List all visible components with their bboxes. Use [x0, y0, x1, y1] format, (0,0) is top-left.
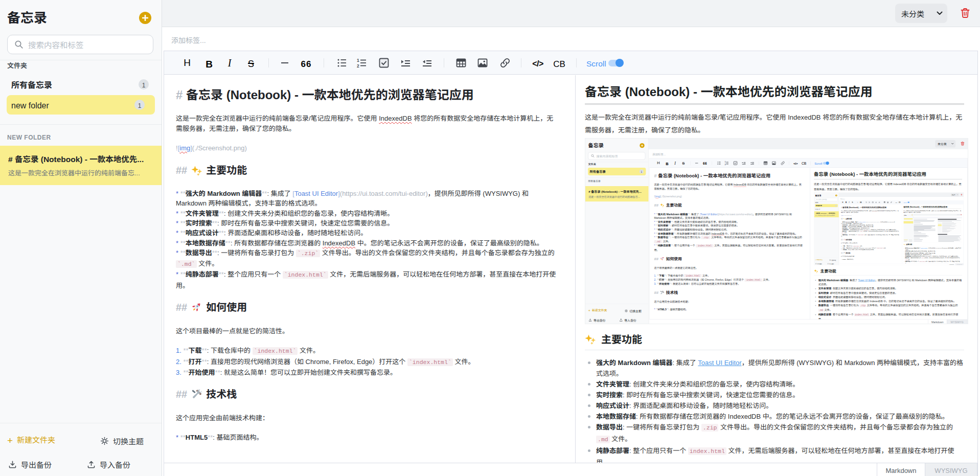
svg-text:2: 2 [357, 63, 359, 69]
svg-text:2: 2 [725, 164, 726, 166]
svg-text:2: 2 [869, 202, 869, 203]
svg-text:1: 1 [357, 58, 359, 63]
